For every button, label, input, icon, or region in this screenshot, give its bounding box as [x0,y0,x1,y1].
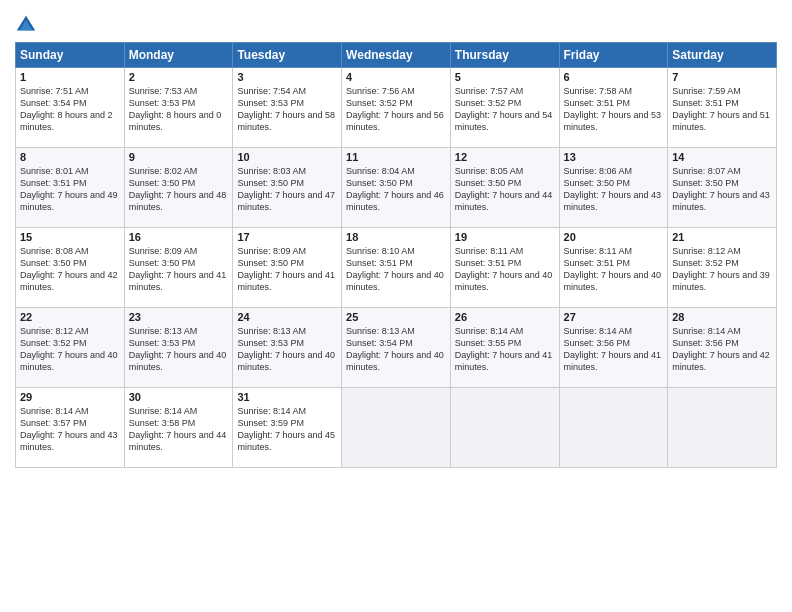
day-info: Sunrise: 8:13 AMSunset: 3:54 PMDaylight:… [346,325,446,374]
calendar-cell: 6Sunrise: 7:58 AMSunset: 3:51 PMDaylight… [559,68,668,148]
day-info: Sunrise: 8:14 AMSunset: 3:56 PMDaylight:… [564,325,664,374]
calendar-cell [668,388,777,468]
calendar-cell: 13Sunrise: 8:06 AMSunset: 3:50 PMDayligh… [559,148,668,228]
day-info: Sunrise: 7:59 AMSunset: 3:51 PMDaylight:… [672,85,772,134]
day-number: 24 [237,311,337,323]
calendar-cell: 7Sunrise: 7:59 AMSunset: 3:51 PMDaylight… [668,68,777,148]
day-info: Sunrise: 8:14 AMSunset: 3:57 PMDaylight:… [20,405,120,454]
weekday-header: Saturday [668,43,777,68]
page: SundayMondayTuesdayWednesdayThursdayFrid… [0,0,792,612]
day-number: 16 [129,231,229,243]
calendar-cell [559,388,668,468]
calendar-cell: 14Sunrise: 8:07 AMSunset: 3:50 PMDayligh… [668,148,777,228]
calendar-cell: 16Sunrise: 8:09 AMSunset: 3:50 PMDayligh… [124,228,233,308]
calendar-cell: 29Sunrise: 8:14 AMSunset: 3:57 PMDayligh… [16,388,125,468]
calendar-cell: 18Sunrise: 8:10 AMSunset: 3:51 PMDayligh… [342,228,451,308]
calendar-cell: 12Sunrise: 8:05 AMSunset: 3:50 PMDayligh… [450,148,559,228]
calendar-cell: 28Sunrise: 8:14 AMSunset: 3:56 PMDayligh… [668,308,777,388]
calendar-cell: 3Sunrise: 7:54 AMSunset: 3:53 PMDaylight… [233,68,342,148]
day-info: Sunrise: 8:09 AMSunset: 3:50 PMDaylight:… [129,245,229,294]
day-number: 6 [564,71,664,83]
day-number: 9 [129,151,229,163]
calendar-cell [450,388,559,468]
day-info: Sunrise: 8:14 AMSunset: 3:59 PMDaylight:… [237,405,337,454]
day-number: 1 [20,71,120,83]
day-number: 19 [455,231,555,243]
day-number: 22 [20,311,120,323]
day-info: Sunrise: 8:13 AMSunset: 3:53 PMDaylight:… [129,325,229,374]
calendar-cell: 30Sunrise: 8:14 AMSunset: 3:58 PMDayligh… [124,388,233,468]
day-number: 2 [129,71,229,83]
header [15,10,777,36]
day-number: 3 [237,71,337,83]
day-info: Sunrise: 7:53 AMSunset: 3:53 PMDaylight:… [129,85,229,134]
calendar-week-row: 29Sunrise: 8:14 AMSunset: 3:57 PMDayligh… [16,388,777,468]
day-number: 27 [564,311,664,323]
calendar-cell: 25Sunrise: 8:13 AMSunset: 3:54 PMDayligh… [342,308,451,388]
day-number: 26 [455,311,555,323]
day-number: 10 [237,151,337,163]
calendar-cell: 10Sunrise: 8:03 AMSunset: 3:50 PMDayligh… [233,148,342,228]
calendar-header-row: SundayMondayTuesdayWednesdayThursdayFrid… [16,43,777,68]
calendar-cell: 26Sunrise: 8:14 AMSunset: 3:55 PMDayligh… [450,308,559,388]
calendar-cell: 4Sunrise: 7:56 AMSunset: 3:52 PMDaylight… [342,68,451,148]
logo-icon [15,14,37,36]
day-number: 7 [672,71,772,83]
day-number: 31 [237,391,337,403]
day-number: 8 [20,151,120,163]
logo [15,14,41,36]
weekday-header: Monday [124,43,233,68]
day-number: 4 [346,71,446,83]
day-info: Sunrise: 8:13 AMSunset: 3:53 PMDaylight:… [237,325,337,374]
day-info: Sunrise: 8:12 AMSunset: 3:52 PMDaylight:… [672,245,772,294]
calendar-cell: 5Sunrise: 7:57 AMSunset: 3:52 PMDaylight… [450,68,559,148]
day-number: 25 [346,311,446,323]
calendar-cell: 8Sunrise: 8:01 AMSunset: 3:51 PMDaylight… [16,148,125,228]
day-info: Sunrise: 8:14 AMSunset: 3:56 PMDaylight:… [672,325,772,374]
calendar-table: SundayMondayTuesdayWednesdayThursdayFrid… [15,42,777,468]
day-number: 17 [237,231,337,243]
calendar-cell: 11Sunrise: 8:04 AMSunset: 3:50 PMDayligh… [342,148,451,228]
calendar-week-row: 22Sunrise: 8:12 AMSunset: 3:52 PMDayligh… [16,308,777,388]
weekday-header: Friday [559,43,668,68]
day-number: 20 [564,231,664,243]
calendar-week-row: 8Sunrise: 8:01 AMSunset: 3:51 PMDaylight… [16,148,777,228]
day-number: 13 [564,151,664,163]
weekday-header: Sunday [16,43,125,68]
day-number: 28 [672,311,772,323]
day-number: 11 [346,151,446,163]
day-info: Sunrise: 7:56 AMSunset: 3:52 PMDaylight:… [346,85,446,134]
day-info: Sunrise: 8:05 AMSunset: 3:50 PMDaylight:… [455,165,555,214]
day-number: 23 [129,311,229,323]
calendar-cell: 31Sunrise: 8:14 AMSunset: 3:59 PMDayligh… [233,388,342,468]
day-info: Sunrise: 7:54 AMSunset: 3:53 PMDaylight:… [237,85,337,134]
day-info: Sunrise: 8:06 AMSunset: 3:50 PMDaylight:… [564,165,664,214]
calendar-cell: 21Sunrise: 8:12 AMSunset: 3:52 PMDayligh… [668,228,777,308]
calendar-cell: 24Sunrise: 8:13 AMSunset: 3:53 PMDayligh… [233,308,342,388]
calendar-cell: 23Sunrise: 8:13 AMSunset: 3:53 PMDayligh… [124,308,233,388]
day-info: Sunrise: 7:57 AMSunset: 3:52 PMDaylight:… [455,85,555,134]
calendar-cell: 1Sunrise: 7:51 AMSunset: 3:54 PMDaylight… [16,68,125,148]
day-info: Sunrise: 7:51 AMSunset: 3:54 PMDaylight:… [20,85,120,134]
day-info: Sunrise: 8:08 AMSunset: 3:50 PMDaylight:… [20,245,120,294]
weekday-header: Thursday [450,43,559,68]
day-number: 30 [129,391,229,403]
calendar-cell [342,388,451,468]
calendar-cell: 15Sunrise: 8:08 AMSunset: 3:50 PMDayligh… [16,228,125,308]
weekday-header: Tuesday [233,43,342,68]
day-number: 21 [672,231,772,243]
day-info: Sunrise: 8:04 AMSunset: 3:50 PMDaylight:… [346,165,446,214]
day-number: 18 [346,231,446,243]
day-info: Sunrise: 8:01 AMSunset: 3:51 PMDaylight:… [20,165,120,214]
day-info: Sunrise: 8:10 AMSunset: 3:51 PMDaylight:… [346,245,446,294]
day-number: 14 [672,151,772,163]
calendar-cell: 2Sunrise: 7:53 AMSunset: 3:53 PMDaylight… [124,68,233,148]
day-info: Sunrise: 8:07 AMSunset: 3:50 PMDaylight:… [672,165,772,214]
calendar-week-row: 15Sunrise: 8:08 AMSunset: 3:50 PMDayligh… [16,228,777,308]
calendar-cell: 17Sunrise: 8:09 AMSunset: 3:50 PMDayligh… [233,228,342,308]
day-info: Sunrise: 8:14 AMSunset: 3:58 PMDaylight:… [129,405,229,454]
day-info: Sunrise: 8:14 AMSunset: 3:55 PMDaylight:… [455,325,555,374]
calendar-cell: 22Sunrise: 8:12 AMSunset: 3:52 PMDayligh… [16,308,125,388]
day-info: Sunrise: 8:03 AMSunset: 3:50 PMDaylight:… [237,165,337,214]
day-info: Sunrise: 8:09 AMSunset: 3:50 PMDaylight:… [237,245,337,294]
